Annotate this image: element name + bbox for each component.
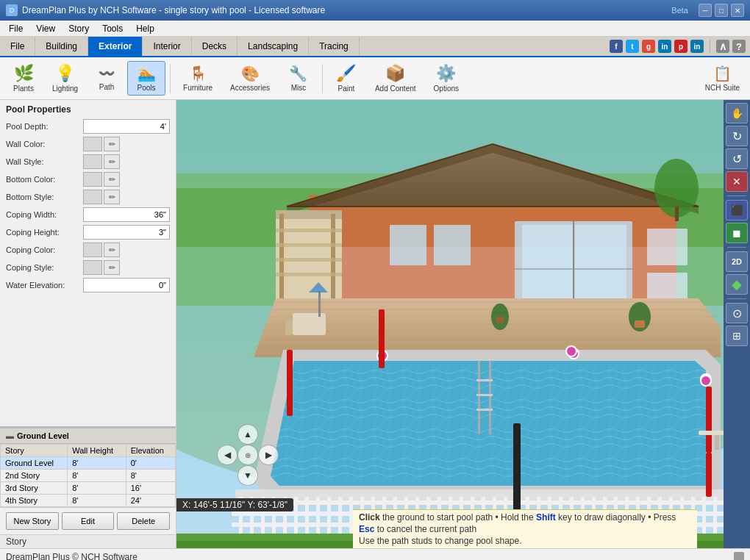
tab-tracing[interactable]: Tracing [309, 37, 360, 56]
tool-furniture[interactable]: 🪑 Furniture [175, 61, 221, 96]
water-elevation-row: Water Elevation: [6, 278, 170, 292]
rotate-cw-button[interactable]: ↻ [726, 126, 748, 146]
svg-point-105 [701, 376, 711, 386]
tool-add-content[interactable]: 📦 Add Content [367, 60, 424, 96]
pool-depth-input[interactable] [83, 119, 170, 134]
pools-label: Pools [138, 84, 156, 92]
story-row-4th[interactable]: 4th Story 8' 24' [1, 495, 176, 507]
grid-button[interactable]: ⊞ [726, 326, 748, 346]
sidebar-separator-1 [727, 195, 746, 196]
bottom-style-swatch[interactable] [83, 190, 102, 204]
tool-options[interactable]: ⚙️ Options [426, 60, 467, 96]
wall-color-swatch[interactable] [83, 137, 102, 151]
story-elev-4th: 24' [126, 495, 175, 507]
edit-story-button[interactable]: Edit [62, 512, 115, 530]
menu-help[interactable]: Help [130, 22, 160, 35]
coping-style-edit-button[interactable]: ✏ [104, 260, 120, 275]
coordinates-text: X: 146'-5 11/16" Y: 63'-1/8" [182, 500, 288, 510]
bottom-color-edit-button[interactable]: ✏ [104, 172, 120, 187]
water-elevation-input[interactable] [83, 278, 170, 292]
tab-interior[interactable]: Interior [143, 37, 191, 56]
pinterest-icon[interactable]: p [674, 40, 688, 53]
wall-color-row: Wall Color: ✏ [6, 137, 170, 151]
ground-level-header[interactable]: ▬ Ground Level [0, 428, 176, 444]
viewport[interactable]: X: 146'-5 11/16" Y: 63'-1/8" ▲ ◀ ⊕ ▶ ▼ [176, 100, 724, 548]
facebook-icon[interactable]: f [610, 40, 623, 53]
view-2d-button[interactable]: 2D [726, 251, 748, 272]
tool-pools[interactable]: 🏊 Pools [127, 61, 165, 96]
svg-rect-100 [287, 350, 293, 416]
new-story-button[interactable]: New Story [6, 512, 59, 530]
bottom-color-swatch[interactable] [83, 172, 102, 187]
pan-button[interactable]: ✋ [726, 103, 748, 123]
tab-file[interactable]: File [0, 37, 35, 56]
coping-width-input[interactable] [83, 207, 170, 222]
linkedin2-icon[interactable]: in [690, 40, 704, 53]
select-button[interactable]: ⊙ [726, 303, 748, 323]
bottom-color-row: Bottom Color: ✏ [6, 172, 170, 187]
view-3d-button[interactable]: ◆ [726, 274, 748, 295]
story-row-3rd[interactable]: 3rd Story 8' 16' [1, 482, 176, 495]
pool-depth-row: Pool Depth: [6, 119, 170, 134]
tool-plants[interactable]: 🌿 Plants [4, 60, 43, 96]
coping-color-swatch[interactable] [83, 243, 102, 257]
tab-building[interactable]: Building [35, 37, 88, 56]
tool-paint[interactable]: 🖌️ Paint [327, 60, 365, 96]
tool-misc[interactable]: 🔧 Misc [279, 61, 318, 96]
action-button-2[interactable]: ◼ [726, 223, 748, 243]
maximize-button[interactable]: □ [715, 4, 728, 17]
bottom-style-edit-button[interactable]: ✏ [104, 190, 120, 204]
svg-rect-15 [276, 229, 342, 232]
navigation-arrows: ▲ ◀ ⊕ ▶ ▼ [217, 424, 279, 486]
linkedin-icon[interactable]: in [658, 40, 671, 53]
svg-rect-25 [434, 225, 471, 265]
nav-down-button[interactable]: ▼ [238, 465, 258, 486]
close-button[interactable]: ✕ [731, 4, 744, 17]
misc-icon: 🔧 [289, 65, 307, 82]
nav-center-button[interactable]: ⊕ [238, 445, 258, 465]
nav-right-button[interactable]: ▶ [258, 445, 279, 465]
left-panel: Pool Properties Pool Depth: Wall Color: … [0, 100, 176, 548]
tool-lighting[interactable]: 💡 Lighting [44, 60, 86, 96]
nav-up-button[interactable]: ▲ [238, 424, 258, 445]
menu-tools[interactable]: Tools [96, 22, 129, 35]
menu-story[interactable]: Story [63, 22, 95, 35]
tab-exterior[interactable]: Exterior [88, 37, 143, 56]
tool-path[interactable]: 〰️ Path [88, 62, 126, 95]
rotate-ccw-button[interactable]: ↺ [726, 148, 748, 169]
story-row-2nd[interactable]: 2nd Story 8' 8' [1, 470, 176, 482]
svg-rect-117 [675, 207, 679, 221]
nch-suite-button[interactable]: 📋 NCH Suite [699, 62, 746, 95]
action-button-1[interactable]: ⬛ [726, 200, 748, 220]
wall-style-swatch[interactable] [83, 154, 102, 169]
expand-icon[interactable]: ∧ [716, 40, 729, 53]
delete-story-button[interactable]: Delete [117, 512, 170, 530]
story-elev-ground: 0' [126, 457, 175, 470]
delete-button[interactable]: ✕ [726, 171, 748, 192]
tab-landscaping[interactable]: Landscaping [238, 37, 309, 56]
story-name-3rd: 3rd Story [1, 482, 68, 495]
twitter-icon[interactable]: t [626, 40, 639, 53]
coping-color-edit-button[interactable]: ✏ [104, 243, 120, 257]
menu-file[interactable]: File [3, 22, 29, 35]
menu-view[interactable]: View [30, 22, 61, 35]
google-icon[interactable]: g [642, 40, 655, 53]
coping-style-swatch[interactable] [83, 260, 102, 275]
story-buttons: New Story Edit Delete [0, 507, 176, 534]
tab-decks[interactable]: Decks [192, 37, 238, 56]
story-row-ground[interactable]: Ground Level 8' 0' [1, 457, 176, 470]
add-content-label: Add Content [375, 85, 416, 93]
coping-height-input[interactable] [83, 225, 170, 240]
wall-color-edit-button[interactable]: ✏ [104, 137, 120, 151]
wall-style-edit-button[interactable]: ✏ [104, 154, 120, 169]
nav-left-button[interactable]: ◀ [217, 445, 238, 465]
coping-width-row: Coping Width: [6, 207, 170, 222]
tool-accessories[interactable]: 🎨 Accessories [222, 61, 278, 96]
ground-level-title: Ground Level [17, 431, 69, 440]
misc-label: Misc [291, 84, 307, 92]
svg-rect-108 [318, 291, 321, 317]
window-controls: ─ □ ✕ [699, 4, 744, 17]
help-icon[interactable]: ? [732, 40, 746, 53]
window-title: DreamPlan Plus by NCH Software - single … [22, 5, 325, 15]
minimize-button[interactable]: ─ [699, 4, 712, 17]
